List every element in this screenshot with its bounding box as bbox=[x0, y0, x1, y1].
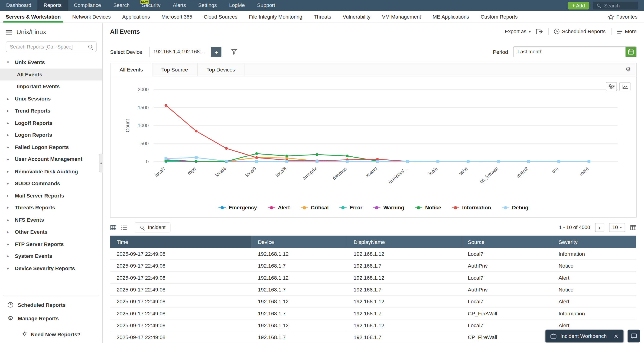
favorites-button[interactable]: Favorites bbox=[608, 11, 644, 23]
list-view-icon[interactable] bbox=[121, 225, 127, 230]
subnav-item-cloud-sources[interactable]: Cloud Sources bbox=[198, 11, 243, 23]
legend-marker bbox=[452, 205, 459, 210]
incident-workbench-toast[interactable]: Incident Workbench ✕ bbox=[546, 330, 623, 343]
add-button[interactable]: + Add bbox=[568, 2, 589, 9]
topnav-item-alerts[interactable]: Alerts bbox=[167, 0, 192, 11]
tab-top-devices[interactable]: Top Devices bbox=[197, 63, 244, 76]
sidebar-item-nfs-events[interactable]: ▸NFS Events bbox=[0, 214, 102, 226]
add-device-button[interactable]: + bbox=[211, 47, 222, 57]
topnav-item-support[interactable]: Support bbox=[251, 0, 281, 11]
search-icon[interactable] bbox=[88, 44, 93, 50]
subnav-item-applications[interactable]: Applications bbox=[116, 11, 156, 23]
topnav-item-compliance[interactable]: Compliance bbox=[68, 0, 107, 11]
topnav-item-logme[interactable]: LogMe bbox=[223, 0, 251, 11]
global-search-input[interactable]: Search bbox=[593, 2, 638, 9]
chart-filter-settings-button[interactable] bbox=[606, 82, 617, 91]
page-size-dropdown[interactable]: 10 ▾ bbox=[609, 223, 625, 232]
column-header-time[interactable]: Time bbox=[110, 236, 252, 248]
column-header-severity[interactable]: Severity bbox=[552, 236, 636, 248]
sidebar-collapse-handle[interactable]: ◂ bbox=[99, 154, 102, 172]
subnav-item-microsoft-365[interactable]: Microsoft 365 bbox=[156, 11, 198, 23]
incident-workbench-label: Incident Workbench bbox=[560, 333, 607, 339]
chart-settings-gear-icon[interactable]: ⚙ bbox=[626, 63, 636, 76]
table-row[interactable]: 2025-09-17 22:49:08192.168.1.12192.168.1… bbox=[110, 272, 636, 283]
sidebar-item-removable-disk-auditing[interactable]: ▸Removable Disk Auditing bbox=[0, 165, 102, 177]
workbench-side-button[interactable] bbox=[628, 330, 640, 343]
legend-item-information[interactable]: Information bbox=[452, 204, 491, 211]
table-row[interactable]: 2025-09-17 22:49:08192.168.1.12192.168.1… bbox=[110, 319, 636, 331]
table-row[interactable]: 2025-09-17 22:49:08192.168.1.12192.168.1… bbox=[110, 248, 636, 260]
sidebar-item-sudo-commands[interactable]: ▸SUDO Commands bbox=[0, 177, 102, 189]
legend-item-critical[interactable]: Critical bbox=[301, 204, 329, 211]
sidebar-item-unix-events[interactable]: ▾Unix Events bbox=[0, 56, 102, 68]
sidebar-item-unix-sessions[interactable]: ▸Unix Sessions bbox=[0, 93, 102, 105]
legend-item-alert[interactable]: Alert bbox=[268, 204, 290, 211]
filter-icon[interactable] bbox=[231, 49, 237, 55]
topnav-item-settings[interactable]: Settings bbox=[192, 0, 223, 11]
topnav-item-reports[interactable]: Reports bbox=[38, 0, 68, 11]
table-row[interactable]: 2025-09-17 22:49:08192.168.1.7192.168.1.… bbox=[110, 284, 636, 296]
sidebar-item-threats-reports[interactable]: ▸Threats Reports bbox=[0, 202, 102, 214]
incident-button[interactable]: Incident bbox=[135, 223, 170, 232]
favorites-label: Favorites bbox=[616, 14, 638, 20]
period-input[interactable] bbox=[514, 47, 626, 57]
need-new-reports-button[interactable]: Need New Reports? bbox=[3, 325, 99, 343]
sidebar-item-all-events[interactable]: All Events bbox=[0, 68, 102, 80]
table-row[interactable]: 2025-09-17 22:49:08192.168.1.12192.168.1… bbox=[110, 296, 636, 307]
legend-item-debug[interactable]: Debug bbox=[502, 204, 528, 211]
subnav-item-file-integrity-monitoring[interactable]: File Integrity Monitoring bbox=[243, 11, 308, 23]
legend-item-notice[interactable]: Notice bbox=[415, 204, 441, 211]
sidebar-item-mail-server-reports[interactable]: ▸Mail Server Reports bbox=[0, 189, 102, 201]
column-chooser-icon[interactable] bbox=[630, 225, 636, 230]
sidebar-item-device-severity-reports[interactable]: ▸Device Severity Reports bbox=[0, 262, 102, 274]
sidebar-item-failed-logon-reports[interactable]: ▸Failed Logon Reports bbox=[0, 141, 102, 153]
tab-all-events[interactable]: All Events bbox=[110, 63, 152, 76]
sidebar-item-logon-reports[interactable]: ▸Logon Reports bbox=[0, 129, 102, 141]
tab-top-source[interactable]: Top Source bbox=[152, 63, 197, 76]
sidebar-footer-scheduled-reports[interactable]: Scheduled Reports bbox=[3, 298, 99, 312]
legend-item-error[interactable]: Error bbox=[339, 204, 362, 211]
chart-type-button[interactable] bbox=[620, 82, 630, 91]
sidebar-item-important-events[interactable]: Important Events bbox=[0, 80, 102, 93]
subnav-item-me-applications[interactable]: ME Applications bbox=[427, 11, 475, 23]
page-header-actions: Export as ▾ Scheduled Reports More bbox=[505, 28, 636, 35]
calendar-button[interactable] bbox=[626, 47, 636, 57]
subnav-item-vulnerability[interactable]: Vulnerability bbox=[337, 11, 376, 23]
topnav-item-dashboard[interactable]: Dashboard bbox=[0, 0, 38, 11]
export-schedule-icon[interactable] bbox=[536, 28, 543, 34]
sidebar-item-ftp-server-reports[interactable]: ▸FTP Server Reports bbox=[0, 238, 102, 250]
scheduled-reports-button[interactable]: Scheduled Reports bbox=[554, 28, 606, 34]
sidebar-item-logoff-reports[interactable]: ▸Logoff Reports bbox=[0, 117, 102, 129]
next-page-button[interactable]: › bbox=[595, 223, 604, 232]
search-icon bbox=[597, 3, 602, 8]
table-row[interactable]: 2025-09-17 22:49:08192.168.1.7192.168.1.… bbox=[110, 260, 636, 272]
column-header-source[interactable]: Source bbox=[461, 236, 552, 248]
topnav-item-search[interactable]: Search bbox=[107, 0, 136, 11]
device-input[interactable] bbox=[150, 47, 211, 57]
app: DashboardReportsComplianceSearchNEWSecur… bbox=[0, 0, 644, 343]
subnav-item-servers-workstation[interactable]: Servers & Workstation bbox=[0, 11, 66, 23]
sidebar-item-other-events[interactable]: ▸Other Events bbox=[0, 226, 102, 238]
column-header-displayname[interactable]: DisplayName bbox=[347, 236, 461, 248]
grid-view-icon[interactable] bbox=[110, 225, 116, 230]
column-header-device[interactable]: Device bbox=[252, 236, 347, 248]
close-icon[interactable]: ✕ bbox=[614, 333, 619, 339]
sidebar-footer-manage-reports[interactable]: ⚙Manage Reports bbox=[3, 312, 99, 325]
sidebar-item-system-events[interactable]: ▸System Events bbox=[0, 250, 102, 262]
table-row[interactable]: 2025-09-17 22:49:08192.168.1.7192.168.1.… bbox=[110, 307, 636, 319]
subnav-item-vm-management[interactable]: VM Management bbox=[376, 11, 427, 23]
subnav-item-custom-reports[interactable]: Custom Reports bbox=[475, 11, 523, 23]
topnav-item-security[interactable]: NEWSecurity bbox=[136, 0, 167, 11]
subnav-item-network-devices[interactable]: Network Devices bbox=[66, 11, 116, 23]
sidebar-item-trend-reports[interactable]: ▸Trend Reports bbox=[0, 105, 102, 117]
subnav-item-threats[interactable]: Threats bbox=[308, 11, 337, 23]
sidebar-item-user-account-management[interactable]: ▸User Account Management bbox=[0, 153, 102, 165]
cell-device: 192.168.1.7 bbox=[252, 260, 347, 272]
export-as-dropdown[interactable]: Export as ▾ bbox=[505, 28, 531, 34]
legend-item-warning[interactable]: Warning bbox=[373, 204, 404, 211]
legend-item-emergency[interactable]: Emergency bbox=[218, 204, 257, 211]
report-search-input[interactable] bbox=[6, 41, 96, 52]
menu-icon[interactable] bbox=[6, 30, 12, 34]
more-button[interactable]: More bbox=[616, 28, 636, 34]
legend-marker bbox=[339, 205, 346, 210]
